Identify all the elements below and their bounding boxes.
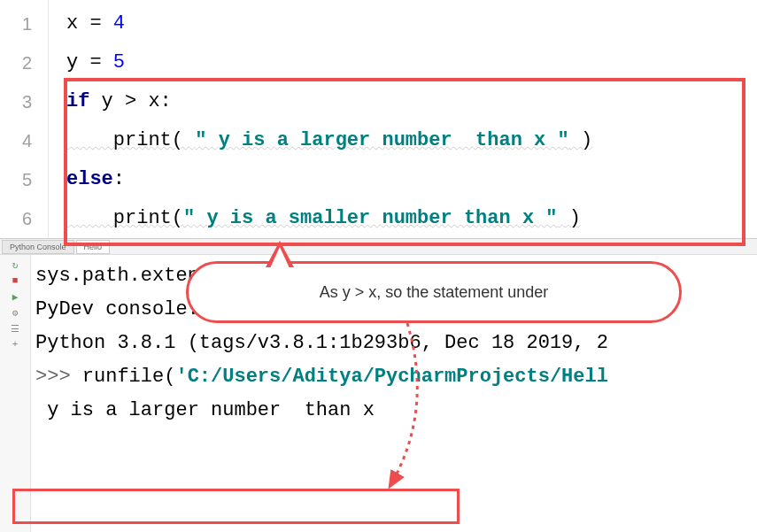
callout-tail-inner — [270, 247, 290, 268]
console-tabs: Python Console Hello — [0, 239, 757, 255]
line-number: 2 — [0, 43, 48, 82]
rerun-icon[interactable]: ↻ — [9, 258, 21, 271]
code-line[interactable]: print(" y is a smaller number than x " ) — [66, 199, 757, 238]
editor-gutter: 1 2 3 4 5 6 — [0, 0, 49, 238]
tab-hello[interactable]: Hello — [76, 240, 111, 254]
console-toolbar: ↻ ■ ▶ ⚙ ☰ + — [0, 255, 31, 532]
console-line: >>> runfile('C:/Users/Aditya/PycharmProj… — [35, 360, 753, 394]
line-number: 3 — [0, 82, 48, 121]
play-icon[interactable]: ▶ — [9, 290, 21, 303]
editor-content[interactable]: x = 4y = 5if y > x: print( " y is a larg… — [49, 0, 757, 238]
tab-python-console[interactable]: Python Console — [2, 240, 74, 254]
console-line: Python 3.8.1 (tags/v3.8.1:1b293b6, Dec 1… — [35, 327, 753, 360]
line-number: 6 — [0, 199, 48, 238]
stop-icon[interactable]: ■ — [9, 274, 21, 287]
annotation-callout: As y > x, so the statement under — [186, 261, 682, 323]
settings-icon[interactable]: ⚙ — [9, 306, 21, 319]
code-line[interactable]: else: — [66, 160, 757, 199]
code-line[interactable]: x = 4 — [66, 4, 757, 43]
line-number: 5 — [0, 160, 48, 199]
console-line: y is a larger number than x — [35, 394, 753, 428]
code-line[interactable]: y = 5 — [66, 43, 757, 82]
code-line[interactable]: print( " y is a larger number than x " ) — [66, 121, 757, 160]
add-icon[interactable]: + — [9, 338, 21, 351]
line-number: 4 — [0, 121, 48, 160]
callout-text: As y > x, so the statement under — [320, 283, 549, 302]
code-line[interactable]: if y > x: — [66, 82, 757, 121]
layout-icon[interactable]: ☰ — [9, 322, 21, 335]
line-number: 1 — [0, 4, 48, 43]
code-editor: 1 2 3 4 5 6 x = 4y = 5if y > x: print( "… — [0, 0, 757, 239]
